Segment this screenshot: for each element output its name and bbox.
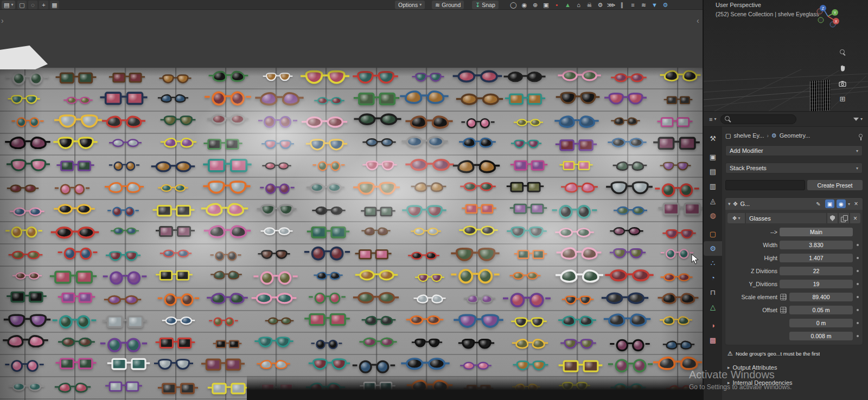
sunglasses-object[interactable] (159, 184, 187, 195)
sunglasses-object[interactable] (303, 70, 348, 88)
parallel-lines-icon[interactable]: ∥ (617, 1, 627, 9)
scene-stats-icon[interactable]: ▲ (563, 1, 572, 9)
sunglasses-object[interactable] (206, 225, 248, 242)
modifier-name[interactable]: G... (740, 201, 750, 207)
add-modifier-button[interactable]: Add Modifier ▾ (725, 145, 863, 156)
sunglasses-object[interactable] (259, 204, 295, 218)
sunglasses-object[interactable] (454, 269, 498, 286)
sunglasses-object[interactable] (458, 93, 501, 110)
sunglasses-object[interactable] (612, 118, 639, 128)
select-lasso-icon[interactable]: ◌ (28, 1, 37, 9)
tab-particles[interactable]: ∴ (704, 256, 722, 270)
sunglasses-object[interactable] (515, 250, 545, 262)
sunglasses-object[interactable] (410, 252, 438, 263)
sunglasses-object[interactable] (557, 139, 595, 154)
sunglasses-object[interactable] (260, 116, 296, 130)
sunglasses-object[interactable] (159, 94, 187, 105)
animate-dot[interactable] (855, 309, 860, 311)
sunglasses-object[interactable] (7, 360, 42, 374)
tab-modifiers[interactable]: ⚙ (704, 241, 722, 256)
sunglasses-object[interactable] (660, 293, 697, 308)
sunglasses-object[interactable] (54, 315, 94, 331)
sunglasses-object[interactable] (462, 182, 494, 195)
sunglasses-object[interactable] (611, 339, 648, 353)
eyeglass-shelf-distant[interactable] (810, 80, 831, 111)
options-menu[interactable]: Options ▾ (395, 1, 425, 9)
sunglasses-object[interactable] (615, 207, 646, 218)
sunglasses-object[interactable] (558, 248, 599, 264)
properties-editor-type-button[interactable]: ≡▾ (709, 116, 716, 122)
sunglasses-object[interactable] (417, 274, 444, 285)
duplicate-button[interactable] (839, 213, 849, 223)
sunglasses-object[interactable] (306, 247, 348, 263)
sunglasses-object[interactable] (257, 92, 302, 109)
sunglasses-object[interactable] (157, 270, 191, 283)
navigation-gizmo[interactable]: Z Y X (815, 3, 840, 28)
sunglasses-object[interactable] (415, 294, 444, 306)
sunglasses-object[interactable] (363, 138, 394, 150)
sunglasses-object[interactable] (455, 160, 498, 177)
show-extras-icon[interactable]: ☠ (585, 1, 594, 9)
hight-input[interactable]: 1.407 (780, 254, 853, 262)
sunglasses-object[interactable] (308, 183, 343, 196)
sunglasses-object[interactable] (560, 315, 595, 329)
sunglasses-object[interactable] (557, 228, 592, 242)
sunglasses-object[interactable] (59, 292, 93, 306)
sunglasses-object[interactable] (209, 114, 246, 129)
sunglasses-object[interactable] (657, 183, 698, 199)
sunglasses-object[interactable] (212, 251, 240, 263)
render-toggle[interactable]: ◉ (837, 199, 846, 208)
sunglasses-object[interactable] (662, 70, 699, 85)
unlink-button[interactable]: × (850, 213, 860, 223)
sunglasses-object[interactable] (161, 74, 190, 86)
sunglasses-object[interactable] (505, 293, 549, 310)
editor-type-menu[interactable]: ▤▾ (2, 1, 15, 9)
sunglasses-object[interactable] (153, 161, 193, 177)
sunglasses-object[interactable] (513, 339, 546, 352)
sunglasses-object[interactable] (664, 229, 694, 241)
sunglasses-object[interactable] (554, 205, 595, 221)
tab-world[interactable]: ◍ (704, 208, 722, 223)
sunglasses-object[interactable] (314, 162, 343, 173)
sunglasses-object[interactable] (309, 226, 348, 241)
sunglasses-object[interactable] (14, 273, 41, 283)
sunglasses-object[interactable] (413, 339, 441, 350)
sunglasses-object[interactable] (611, 248, 644, 261)
sunglasses-object[interactable] (356, 113, 399, 130)
toolbar-expand-arrow[interactable]: › (1, 16, 4, 25)
offset-y-input[interactable]: 0 m (789, 319, 853, 327)
sunglasses-object[interactable] (10, 382, 42, 395)
sunglasses-object[interactable] (264, 163, 290, 173)
sunglasses-object[interactable] (665, 340, 693, 352)
tab-render[interactable]: ▣ (704, 150, 722, 164)
sunglasses-object[interactable] (355, 93, 397, 109)
sunglasses-object[interactable] (563, 296, 592, 307)
sunglasses-object[interactable] (214, 340, 240, 350)
output-socket-field[interactable]: Main (780, 228, 853, 236)
sunglasses-object[interactable] (212, 271, 241, 282)
sunglasses-object[interactable] (56, 114, 100, 132)
sunglasses-object[interactable] (259, 250, 289, 261)
sunglasses-object[interactable] (253, 293, 295, 309)
sunglasses-object[interactable] (256, 271, 296, 287)
sunglasses-object[interactable] (561, 161, 591, 173)
home-view-icon[interactable]: ⌂ (574, 1, 583, 9)
sunglasses-object[interactable] (403, 358, 448, 375)
tab-data[interactable]: △ (704, 300, 722, 314)
sunglasses-object[interactable] (161, 250, 190, 261)
sunglasses-object[interactable] (53, 227, 97, 244)
sunglasses-object[interactable] (55, 137, 96, 152)
sidebar-expand-arrow[interactable]: ‹ (697, 16, 699, 25)
width-input[interactable]: 3.830 (780, 241, 853, 249)
sunglasses-object[interactable] (108, 207, 137, 218)
sunglasses-object[interactable] (8, 292, 44, 306)
animate-dot[interactable] (855, 283, 860, 285)
sunglasses-object[interactable] (304, 117, 346, 133)
sunglasses-object[interactable] (111, 73, 144, 86)
sunglasses-object[interactable] (307, 313, 348, 330)
y-divisions-input[interactable]: 19 (780, 280, 853, 288)
sunglasses-object[interactable] (609, 138, 644, 152)
sunglasses-object[interactable] (58, 358, 95, 372)
sunglasses-object[interactable] (607, 93, 645, 108)
sunglasses-object[interactable] (60, 337, 93, 350)
